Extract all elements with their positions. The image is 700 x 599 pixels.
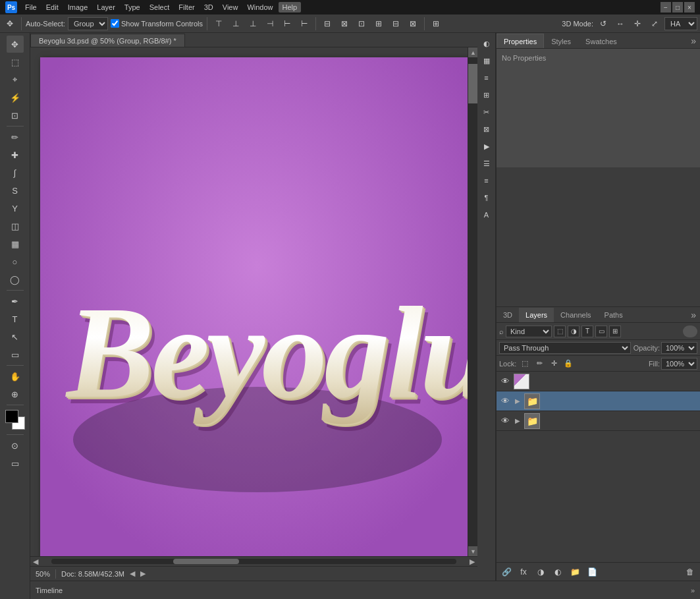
layer-expand-3[interactable]: ▶ bbox=[514, 417, 522, 424]
tab-swatches[interactable]: Swatches bbox=[578, 34, 624, 48]
eyedropper-tool[interactable]: ✏ bbox=[7, 128, 24, 146]
distribute-5[interactable]: ⊟ bbox=[389, 16, 403, 31]
hand-tool[interactable]: ✋ bbox=[7, 368, 24, 385]
lock-paint[interactable]: ✏ bbox=[533, 358, 545, 370]
distribute-1[interactable]: ⊟ bbox=[320, 16, 335, 31]
layer-effects-btn[interactable]: fx bbox=[516, 565, 531, 579]
type-tool[interactable]: T bbox=[7, 310, 24, 328]
close-button[interactable]: × bbox=[684, 2, 695, 13]
3d-move[interactable]: ✛ bbox=[630, 16, 645, 31]
eraser-tool[interactable]: ◫ bbox=[7, 217, 24, 235]
3d-rotate[interactable]: ↺ bbox=[596, 16, 610, 31]
shape-tool[interactable]: ▭ bbox=[7, 346, 24, 363]
tab-layers[interactable]: Layers bbox=[519, 308, 554, 322]
add-mask-btn[interactable]: ◑ bbox=[533, 565, 548, 579]
rail-history[interactable]: ☰ bbox=[479, 156, 495, 171]
distribute-6[interactable]: ⊠ bbox=[406, 16, 420, 31]
marquee-tool[interactable]: ⬚ bbox=[7, 53, 24, 71]
rail-clone[interactable]: ⊠ bbox=[479, 121, 495, 137]
healing-tool[interactable]: ✚ bbox=[7, 146, 24, 163]
align-vcenter[interactable]: ⊥ bbox=[229, 16, 243, 31]
scroll-thumb[interactable] bbox=[173, 559, 239, 564]
lock-all[interactable]: 🔒 bbox=[562, 358, 574, 370]
rail-adjustments[interactable]: ≡ bbox=[479, 70, 495, 86]
crop-tool[interactable]: ⊡ bbox=[7, 107, 24, 124]
path-select-tool[interactable]: ↖ bbox=[7, 328, 24, 345]
menu-view[interactable]: View bbox=[219, 2, 242, 13]
rail-swatches[interactable]: ▦ bbox=[479, 53, 495, 69]
3d-mode-select[interactable]: HA bbox=[664, 17, 697, 30]
layer-item[interactable]: 👁 bbox=[497, 372, 700, 391]
vertical-scrollbar[interactable]: ▲ ▼ bbox=[468, 47, 477, 556]
rail-color[interactable]: ◐ bbox=[479, 36, 495, 51]
lasso-tool[interactable]: ⌖ bbox=[7, 71, 24, 88]
menu-window[interactable]: Window bbox=[243, 2, 277, 13]
quick-select-tool[interactable]: ⚡ bbox=[7, 89, 24, 106]
distribute-3[interactable]: ⊡ bbox=[354, 16, 369, 31]
zoom-tool[interactable]: ⊕ bbox=[7, 385, 24, 403]
new-group-btn[interactable]: 📁 bbox=[568, 565, 582, 579]
layer-item-selected[interactable]: 👁 ▶ 📁 bbox=[497, 391, 700, 411]
nav-next[interactable]: ▶ bbox=[140, 569, 146, 578]
foreground-color[interactable] bbox=[5, 410, 18, 423]
align-hcenter[interactable]: ⊢ bbox=[280, 16, 294, 31]
timeline-collapse-icon[interactable]: » bbox=[691, 586, 695, 594]
rail-actions[interactable]: ≡ bbox=[479, 173, 495, 188]
menu-layer[interactable]: Layer bbox=[93, 2, 119, 13]
distribute-4[interactable]: ⊞ bbox=[371, 16, 386, 31]
brush-tool[interactable]: ∫ bbox=[7, 164, 24, 181]
layers-collapse[interactable]: » bbox=[687, 308, 700, 322]
move-tool[interactable]: ✥ bbox=[7, 36, 24, 53]
new-fill-btn[interactable]: ◐ bbox=[551, 565, 565, 579]
rail-text[interactable]: ¶ bbox=[479, 190, 495, 206]
lock-pixels[interactable]: ⬚ bbox=[519, 358, 531, 370]
arrange-btn[interactable]: ⊞ bbox=[429, 16, 443, 31]
menu-filter[interactable]: Filter bbox=[175, 2, 198, 13]
minimize-button[interactable]: − bbox=[660, 2, 671, 13]
show-transform-checkbox[interactable] bbox=[111, 19, 119, 28]
scroll-track[interactable] bbox=[51, 559, 456, 564]
properties-collapse[interactable]: » bbox=[687, 34, 700, 48]
align-left[interactable]: ⊣ bbox=[263, 16, 277, 31]
new-layer-btn[interactable]: 📄 bbox=[585, 565, 599, 579]
tab-properties[interactable]: Properties bbox=[497, 34, 544, 48]
blur-tool[interactable]: ○ bbox=[7, 253, 24, 270]
layer-visibility-1[interactable]: 👁 bbox=[499, 376, 511, 386]
lock-move[interactable]: ✛ bbox=[548, 358, 560, 370]
pen-tool[interactable]: ✒ bbox=[7, 293, 24, 310]
history-tool[interactable]: Y bbox=[7, 200, 24, 217]
menu-image[interactable]: Image bbox=[64, 2, 92, 13]
blend-mode-select[interactable]: Pass Through Normal Multiply Screen bbox=[499, 342, 631, 354]
scroll-left-arrow[interactable]: ◀ bbox=[33, 557, 38, 566]
dodge-tool[interactable]: ◯ bbox=[7, 271, 24, 288]
menu-select[interactable]: Select bbox=[146, 2, 174, 13]
fill-select[interactable]: 100% 75% 50% bbox=[661, 358, 697, 370]
layer-visibility-3[interactable]: 👁 bbox=[499, 416, 511, 426]
rail-character[interactable]: A bbox=[479, 207, 495, 223]
align-bottom[interactable]: ⊥ bbox=[246, 16, 260, 31]
rail-play[interactable]: ▶ bbox=[479, 138, 495, 154]
3d-scale[interactable]: ⤢ bbox=[647, 16, 662, 31]
auto-select-dropdown[interactable]: Group Layer bbox=[68, 17, 108, 30]
canvas-tab[interactable]: Beyoglu 3d.psd @ 50% (Group, RGB/8#) * bbox=[30, 34, 185, 47]
menu-help[interactable]: Help bbox=[279, 2, 302, 13]
rail-grid[interactable]: ⊞ bbox=[479, 87, 495, 103]
filter-type[interactable]: T bbox=[581, 326, 593, 337]
tab-paths[interactable]: Paths bbox=[598, 308, 630, 322]
align-top[interactable]: ⊤ bbox=[211, 16, 226, 31]
filter-pixel[interactable]: ⬚ bbox=[554, 326, 566, 337]
layer-visibility-2[interactable]: 👁 bbox=[499, 396, 511, 406]
scroll-right-arrow[interactable]: ▶ bbox=[470, 557, 475, 566]
tab-channels[interactable]: Channels bbox=[554, 308, 597, 322]
move-tool-options[interactable]: ✥ bbox=[3, 16, 17, 31]
align-right[interactable]: ⊢ bbox=[297, 16, 311, 31]
layer-expand-2[interactable]: ▶ bbox=[514, 397, 522, 405]
menu-file[interactable]: File bbox=[21, 2, 41, 13]
filter-adjust[interactable]: ◑ bbox=[568, 326, 579, 337]
filter-smart[interactable]: ⊞ bbox=[609, 326, 621, 337]
filter-kind-select[interactable]: Kind Name Effect bbox=[506, 326, 552, 337]
menu-type[interactable]: Type bbox=[121, 2, 144, 13]
quick-mask-tool[interactable]: ⊙ bbox=[7, 437, 24, 454]
screen-mode[interactable]: ▭ bbox=[7, 455, 24, 472]
link-layers-btn[interactable]: 🔗 bbox=[499, 565, 514, 579]
